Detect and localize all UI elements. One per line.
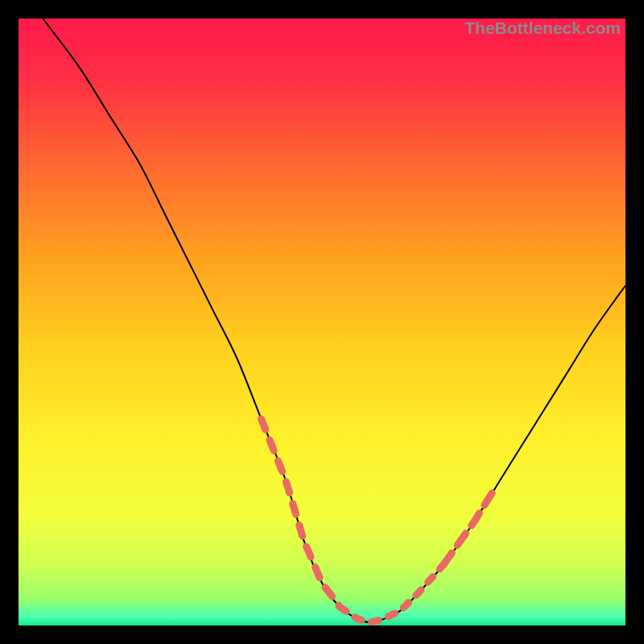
bottleneck-curve [43, 19, 625, 622]
dash-segment [444, 493, 492, 565]
plot-frame: TheBottleneck.com [19, 19, 625, 625]
plot-area: TheBottleneck.com [19, 19, 625, 625]
dash-overlay [262, 419, 493, 623]
dash-segment [341, 565, 444, 623]
curve-layer [19, 19, 625, 625]
dash-segment [262, 419, 341, 608]
